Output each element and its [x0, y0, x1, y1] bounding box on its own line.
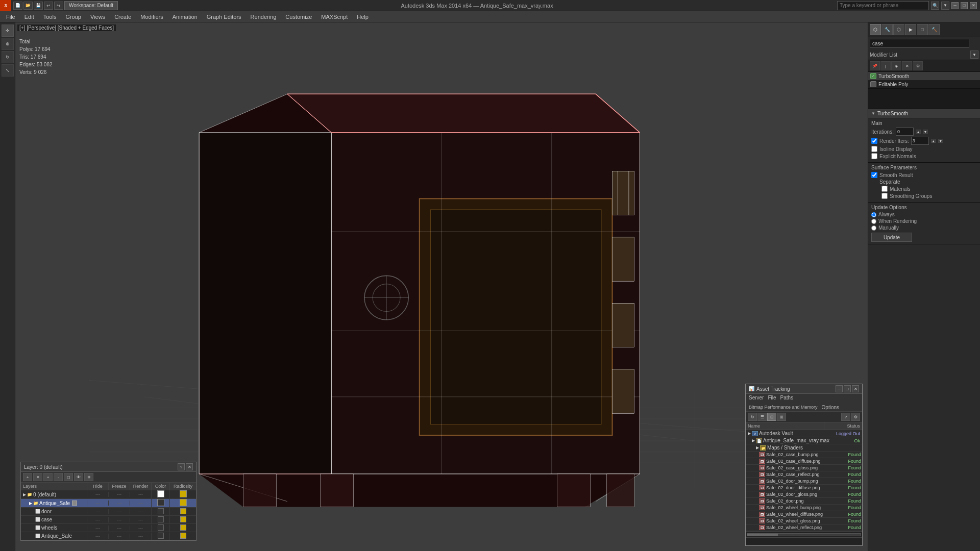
table-row[interactable]: ▶ 📁 0 (default) --- --- ---: [21, 490, 196, 499]
iterations-up[interactable]: ▲: [916, 130, 921, 134]
close-btn[interactable]: ✕: [970, 2, 977, 9]
layer-new-btn[interactable]: +: [23, 473, 32, 481]
list-item[interactable]: 🖼 Safe_02_door_gloss.png Found: [746, 491, 862, 498]
menu-tools[interactable]: Tools: [39, 13, 61, 21]
make-unique-btn[interactable]: ◈: [891, 61, 901, 70]
configure-modifier-btn[interactable]: ⚙: [913, 61, 923, 70]
layer-hide-all-btn[interactable]: 👁: [74, 473, 83, 481]
render-iters-check[interactable]: [871, 138, 877, 144]
explicit-normals-check[interactable]: [871, 153, 877, 159]
object-name-input[interactable]: [870, 39, 969, 48]
modifier-list-dropdown[interactable]: ▼: [970, 51, 978, 59]
layers-help-btn[interactable]: ?: [178, 463, 185, 470]
move-tool[interactable]: ⊕: [2, 38, 14, 50]
table-row[interactable]: ⬜ case --- --- ---: [21, 516, 196, 524]
at-menu-file[interactable]: File: [768, 395, 776, 400]
at-list-view-btn[interactable]: ☰: [757, 413, 767, 421]
menu-file[interactable]: File: [2, 13, 19, 21]
menu-maxscript[interactable]: MAXScript: [317, 13, 352, 21]
iterations-down[interactable]: ▼: [923, 130, 928, 134]
layer-select-objects-btn[interactable]: ◻: [64, 473, 73, 481]
smooth-result-check[interactable]: [871, 172, 877, 178]
render-iters-up[interactable]: ▲: [931, 139, 936, 143]
list-item[interactable]: ▶ 📄 Antique_Safe_max_vray.max Ok: [746, 437, 862, 444]
layers-close-btn[interactable]: ✕: [186, 463, 193, 470]
minimize-btn[interactable]: ─: [951, 2, 959, 9]
select-tool[interactable]: ✛: [2, 24, 14, 37]
always-radio[interactable]: [871, 212, 876, 217]
modify-tab-btn[interactable]: 🔧: [881, 24, 893, 35]
at-settings-btn[interactable]: ⚙: [851, 413, 860, 421]
create-tab-btn[interactable]: ⬡: [870, 24, 881, 35]
menu-animation[interactable]: Animation: [168, 13, 202, 21]
rotate-tool[interactable]: ↻: [2, 51, 14, 63]
undo-btn[interactable]: ↩: [44, 2, 53, 10]
menu-customize[interactable]: Customize: [281, 13, 316, 21]
list-item[interactable]: 🖼 Safe_02_case_reflect.png Found: [746, 471, 862, 478]
scale-tool[interactable]: ⤡: [2, 64, 14, 77]
table-row[interactable]: ▶ 📁 Antique_Safe --- --- ---: [21, 499, 196, 508]
at-grid-view-btn[interactable]: ⊞: [777, 413, 786, 421]
list-item[interactable]: 🖼 Safe_02_wheel_diffuse.png Found: [746, 511, 862, 518]
when-rendering-radio[interactable]: [871, 219, 876, 224]
at-menu-server[interactable]: Server: [749, 395, 764, 400]
new-btn[interactable]: 📄: [13, 2, 22, 10]
list-item[interactable]: 🖼 Safe_02_door.png Found: [746, 498, 862, 505]
at-tree-view-btn[interactable]: ⊟: [767, 413, 776, 421]
list-item[interactable]: 🖼 Safe_02_case_gloss.png Found: [746, 465, 862, 471]
workspace-select[interactable]: Workspace: Default: [64, 1, 118, 10]
maximize-btn[interactable]: □: [961, 2, 968, 9]
menu-views[interactable]: Views: [86, 13, 109, 21]
list-item[interactable]: 🖼 Safe_02_wheel_gloss.png Found: [746, 518, 862, 524]
at-hscrollbar[interactable]: [746, 531, 862, 537]
menu-edit[interactable]: Edit: [20, 13, 38, 21]
iterations-input[interactable]: [896, 128, 914, 136]
at-restore-btn[interactable]: □: [844, 385, 851, 392]
search-input[interactable]: [837, 1, 929, 10]
pin-stack-btn[interactable]: 📌: [870, 61, 880, 70]
layer-delete-btn[interactable]: ✕: [33, 473, 42, 481]
manually-radio[interactable]: [871, 226, 876, 231]
list-item[interactable]: 🖼 Safe_02_wheel_bump.png Found: [746, 505, 862, 511]
materials-check[interactable]: [881, 186, 888, 192]
menu-create[interactable]: Create: [110, 13, 135, 21]
at-refresh-btn[interactable]: ↻: [748, 413, 757, 421]
search-options-btn[interactable]: ▼: [941, 2, 949, 10]
at-close-btn[interactable]: ✕: [852, 385, 859, 392]
list-item[interactable]: 🖼 Safe_02_case_diffuse.png Found: [746, 458, 862, 465]
layer-add-selected-btn[interactable]: +: [43, 473, 53, 481]
layer-freeze-all-btn[interactable]: ❄: [84, 473, 93, 481]
menu-graph-editors[interactable]: Graph Editors: [203, 13, 246, 21]
modifier-entry-editable-poly[interactable]: Editable Poly: [868, 80, 980, 88]
open-btn[interactable]: 📂: [23, 2, 33, 10]
at-menu-paths[interactable]: Paths: [780, 395, 794, 400]
display-tab-btn[interactable]: □: [917, 24, 928, 35]
isoline-display-check[interactable]: [871, 146, 877, 152]
menu-group[interactable]: Group: [61, 13, 85, 21]
list-item[interactable]: 🖼 Safe_02_door_diffuse.png Found: [746, 485, 862, 491]
remove-modifier-btn[interactable]: ✕: [902, 61, 912, 70]
layer-remove-selected-btn[interactable]: -: [54, 473, 63, 481]
table-row[interactable]: ⬜ Antique_Safe --- --- ---: [21, 532, 196, 540]
redo-btn[interactable]: ↪: [54, 2, 63, 10]
at-minimize-btn[interactable]: ─: [836, 385, 843, 392]
motion-tab-btn[interactable]: ▶: [905, 24, 916, 35]
menu-help[interactable]: Help: [353, 13, 373, 21]
show-result-btn[interactable]: |: [880, 61, 891, 70]
menu-rendering[interactable]: Rendering: [247, 13, 281, 21]
smoothing-groups-check[interactable]: [881, 193, 888, 199]
update-btn[interactable]: Update: [871, 233, 912, 242]
list-item[interactable]: 🖼 Safe_02_door_bump.png Found: [746, 478, 862, 485]
hierarchy-tab-btn[interactable]: ⬡: [893, 24, 904, 35]
table-row[interactable]: ⬜ door --- --- ---: [21, 508, 196, 516]
at-menu-options[interactable]: Options: [822, 405, 839, 410]
search-btn[interactable]: 🔍: [931, 2, 939, 10]
at-menu-bitmap[interactable]: Bitmap Performance and Memory: [749, 405, 818, 410]
save-btn[interactable]: 💾: [34, 2, 43, 10]
turbosmooth-rollout-bar[interactable]: ▼ TurboSmooth: [868, 109, 980, 118]
table-row[interactable]: ⬜ wheels --- --- ---: [21, 524, 196, 532]
menu-modifiers[interactable]: Modifiers: [136, 13, 167, 21]
render-iters-down[interactable]: ▼: [938, 139, 943, 143]
utility-tab-btn[interactable]: 🔨: [928, 24, 940, 35]
modifier-entry-turbosmooth[interactable]: ✓ TurboSmooth: [868, 72, 980, 80]
